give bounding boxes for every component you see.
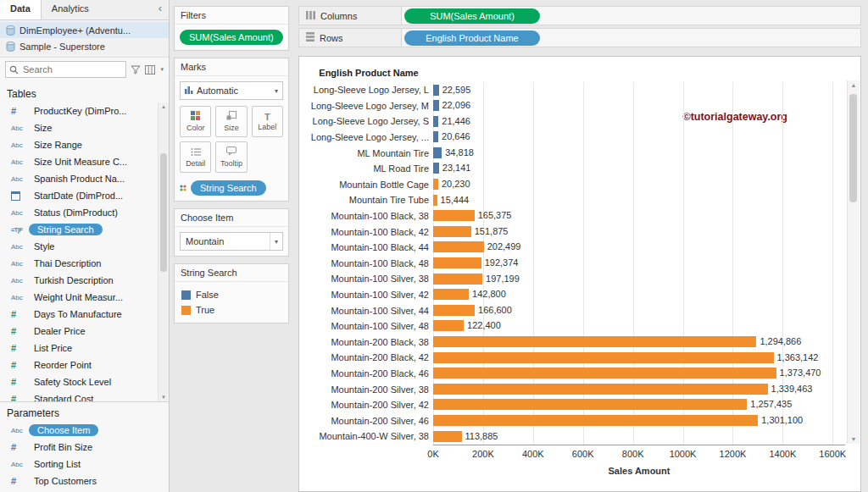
field-item[interactable]: #List Price [0,340,157,357]
bar[interactable] [433,163,439,174]
datasource-item[interactable]: Sample - Superstore [0,38,169,54]
field-item[interactable]: AbcStyle [0,238,157,255]
field-item[interactable]: #Dealer Price [0,323,157,340]
scrollbar-thumb[interactable] [160,153,167,272]
bar-category-label[interactable]: ML Road Tire [304,163,433,174]
search-input[interactable] [21,64,122,75]
bar-category-label[interactable]: Mountain-200 Silver, 42 [304,400,433,410]
bar-category-label[interactable]: Mountain-100 Silver, 48 [304,321,433,331]
bar[interactable] [433,320,464,331]
field-item[interactable]: AbcSize Range [0,136,157,153]
view-options-icon[interactable] [145,65,155,75]
field-item[interactable]: #Standard Cost [0,390,157,401]
chevron-down-icon[interactable]: ▾ [270,233,282,250]
color-pill-string-search[interactable]: String Search [191,180,266,196]
filter-pill-sales-amount[interactable]: SUM(Sales Amount) [180,30,283,45]
scroll-up-icon[interactable]: ▲ [159,104,169,109]
bar[interactable] [433,305,475,316]
bar-category-label[interactable]: Long-Sleeve Logo Jersey, M [304,101,433,111]
field-item[interactable]: #Safety Stock Level [0,373,157,390]
bar-category-label[interactable]: Mountain Bottle Cage [304,180,433,190]
bar-category-label[interactable]: Mountain-100 Black, 48 [304,258,433,268]
bar[interactable] [433,431,462,442]
bar-category-label[interactable]: Mountain-200 Silver, 38 [304,384,433,395]
bar[interactable] [433,85,439,96]
bar[interactable] [433,131,438,142]
bar-category-label[interactable]: Long-Sleeve Logo Jersey, S [304,116,433,126]
bar[interactable] [433,100,439,111]
field-item[interactable]: StartDate (DimProd... [0,187,157,204]
columns-pill-sales-amount[interactable]: SUM(Sales Amount) [404,8,540,24]
bar-category-label[interactable]: Mountain-200 Black, 42 [304,352,433,362]
bar[interactable] [433,368,776,379]
field-item[interactable]: AbcThai Description [0,255,157,272]
parameter-item[interactable]: #Top Customers [0,473,169,489]
columns-shelf-area[interactable]: SUM(Sales Amount) [402,6,861,25]
color-button[interactable]: Color [180,106,211,137]
field-item[interactable]: AbcSize [0,119,157,136]
bar[interactable] [433,384,768,395]
detail-button[interactable]: Detail [180,141,211,173]
label-button[interactable]: T Label [252,106,283,137]
bar[interactable] [433,336,756,347]
field-item[interactable]: AbcSpanish Product Na... [0,170,157,187]
bar-category-label[interactable]: Mountain-100 Black, 44 [304,242,433,252]
mark-type-dropdown[interactable]: Automatic ▾ [180,81,283,100]
bar[interactable] [433,274,482,285]
field-item[interactable]: AbcTurkish Description [0,272,157,289]
bar-category-label[interactable]: Mountain-400-W Silver, 38 [304,431,433,441]
bar[interactable] [433,179,438,190]
tab-data[interactable]: Data [0,0,42,19]
parameter-item[interactable]: #Profit Bin Size [0,439,169,456]
rows-shelf-area[interactable]: English Product Name [402,28,861,47]
bar-category-label[interactable]: Mountain-100 Silver, 44 [304,306,433,316]
field-item[interactable]: AbcSize Unit Measure C... [0,153,157,170]
bar[interactable] [433,226,471,237]
legend-item-false[interactable]: False [180,287,283,302]
scroll-down-icon[interactable]: ▼ [159,395,169,400]
bar[interactable] [433,415,758,426]
parameter-item[interactable]: AbcSorting List [0,456,169,473]
chart-scrollbar[interactable]: ▲ ▼ [847,80,860,444]
tooltip-button[interactable]: Tooltip [215,141,247,173]
bar-category-label[interactable]: Long-Sleeve Logo Jersey, ... [304,132,433,142]
bar-category-label[interactable]: Long-Sleeve Logo Jersey, L [304,85,433,95]
bar[interactable] [433,241,484,252]
field-item[interactable]: #Reorder Point [0,357,157,373]
bar-category-label[interactable]: Mountain-200 Silver, 46 [304,416,433,426]
tab-analytics[interactable]: Analytics [42,0,99,19]
bar[interactable] [433,352,774,363]
bar[interactable] [433,116,438,127]
bar[interactable] [433,257,481,268]
bar[interactable] [433,195,437,206]
bar[interactable] [433,210,475,221]
field-item[interactable]: #ProductKey (DimPro... [0,102,157,119]
bar[interactable] [433,399,747,410]
parameter-item[interactable]: AbcChoose Item [0,422,169,439]
chart-column-header[interactable]: English Product Name [304,68,433,78]
view-options-caret-icon[interactable]: ▾ [160,66,164,73]
sidebar-scrollbar[interactable]: ▲ ▼ [158,102,169,401]
bar-category-label[interactable]: Mountain-100 Silver, 42 [304,290,433,300]
size-button[interactable]: Size [215,106,247,137]
scrollbar-thumb[interactable] [849,94,857,202]
bar-category-label[interactable]: Mountain-100 Black, 42 [304,227,433,237]
datasource-item[interactable]: DimEmployee+ (Adventu... [0,22,169,38]
bar-category-label[interactable]: ML Mountain Tire [304,148,433,158]
field-item[interactable]: AbcWeight Unit Measur... [0,289,157,306]
scroll-up-icon[interactable]: ▲ [848,82,860,88]
scroll-down-icon[interactable]: ▼ [848,436,860,442]
field-item[interactable]: AbcStatus (DimProduct) [0,204,157,221]
bar-category-label[interactable]: Mountain-100 Black, 38 [304,211,433,221]
filter-funnel-icon[interactable] [131,65,141,75]
bar-category-label[interactable]: Mountain Tire Tube [304,195,433,205]
field-item[interactable]: =T|FString Search [0,221,157,238]
bar[interactable] [433,147,442,158]
bar-category-label[interactable]: Mountain-200 Black, 46 [304,368,433,379]
field-item[interactable]: #Days To Manufacture [0,306,157,323]
bar-category-label[interactable]: Mountain-200 Black, 38 [304,337,433,347]
rows-pill-english-product-name[interactable]: English Product Name [404,30,540,46]
legend-item-true[interactable]: True [180,302,283,318]
search-input-wrap[interactable] [5,61,126,78]
bar-category-label[interactable]: Mountain-100 Silver, 38 [304,274,433,284]
